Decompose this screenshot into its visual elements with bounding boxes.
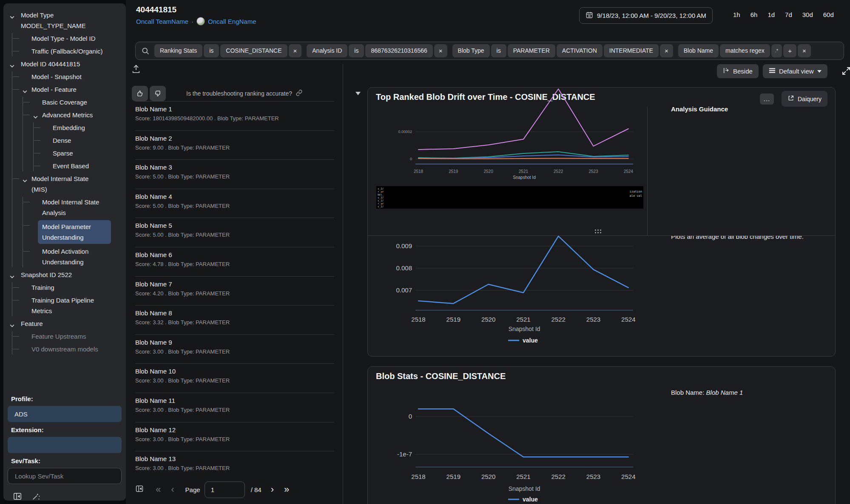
extension-input[interactable] (8, 437, 122, 453)
blob-list-item[interactable]: Blob Name 3Score: 5.00 . Blob Type: PARA… (135, 160, 334, 189)
chevron-down-icon[interactable] (9, 12, 15, 18)
filter-remove-button[interactable]: × (434, 44, 447, 57)
page-number-input[interactable] (205, 481, 245, 498)
blob-list-item[interactable]: Blob Name 4Score: 5.00 . Blob Type: PARA… (135, 189, 334, 218)
tree-item-feature[interactable]: Feature (21, 318, 95, 329)
tree-item-model-internal-state-analysis[interactable]: Model Internal State Analysis (42, 197, 117, 218)
collapse-card-caret[interactable] (355, 92, 361, 95)
chevron-down-icon[interactable] (9, 321, 15, 326)
filter-add-button[interactable]: + (783, 44, 796, 57)
hamburger-icon (769, 68, 776, 75)
tree-item-embedding[interactable]: Embedding (53, 122, 126, 133)
filter-operator[interactable]: is (491, 44, 506, 57)
card-menu-button[interactable]: ... (760, 93, 774, 105)
filter-remove-button[interactable]: × (798, 44, 811, 57)
blob-list-item[interactable]: Blob Name 11Score: 3.00 . Blob Type: PAR… (135, 393, 334, 422)
expand-icon[interactable] (841, 66, 850, 78)
beside-button[interactable]: Beside (717, 64, 759, 78)
blob-stats-chart: 0-1e-72518251925202521252225232524Snapsh… (373, 400, 647, 504)
tree-item-snapshot-id-2522[interactable]: Snapshot ID 2522 (21, 269, 95, 280)
filter-value[interactable]: .* (771, 44, 782, 57)
quick-range-1d[interactable]: 1d (768, 11, 775, 18)
filter-operator[interactable]: matches regex (720, 44, 770, 57)
sidebar-collapse-icon[interactable] (12, 491, 23, 502)
svg-text:2519: 2519 (446, 316, 461, 323)
quick-range-1h[interactable]: 1h (733, 11, 740, 18)
last-page-button[interactable]: » (279, 484, 294, 495)
tree-item-model-activation-understanding[interactable]: Model Activation Understanding (42, 246, 117, 267)
blob-score: Score: 3.00 . Blob Type: PARAMETER (135, 377, 334, 384)
oncall-eng-link[interactable]: Oncall EngName (208, 18, 256, 25)
blob-score: Score: 3.00 . Blob Type: PARAMETER (135, 348, 334, 355)
default-view-button[interactable]: Default view (763, 64, 827, 78)
tree-item-model-snapshot[interactable]: Model - Snapshot (31, 71, 106, 82)
thumbs-down-button[interactable] (150, 86, 166, 101)
next-page-button[interactable]: › (266, 484, 279, 495)
filter-remove-button[interactable]: × (660, 44, 673, 57)
date-range-button[interactable]: 9/18/23, 12:00 AM - 9/20/23, 12:00 AM (579, 7, 713, 24)
blob-name: Blob Name 8 (135, 309, 334, 317)
prev-page-button[interactable]: ‹ (166, 484, 179, 495)
tree-item-feature-upstreams[interactable]: Feature Upstreams (31, 331, 106, 342)
tree-item-model-id-404441815[interactable]: Model ID 404441815 (21, 59, 95, 69)
chevron-down-icon[interactable] (9, 272, 15, 277)
tree-item-dense[interactable]: Dense (53, 135, 126, 146)
chevron-down-icon[interactable] (22, 176, 28, 181)
quick-range-30d[interactable]: 30d (802, 11, 813, 18)
tree-item-training-data-pipeline-metrics[interactable]: Training Data Pipeline Metrics (31, 295, 106, 316)
blob-list-item[interactable]: Blob Name 6Score: 4.78 . Blob Type: PARA… (135, 247, 334, 277)
filter-field[interactable]: Ranking Stats (154, 44, 202, 57)
blob-list-item[interactable]: Blob Name 8Score: 3.32 . Blob Type: PARA… (135, 306, 334, 335)
sev-task-input[interactable]: Lookup Sev/Task (8, 468, 122, 484)
tree-item-training[interactable]: Training (31, 282, 106, 293)
filter-value[interactable]: COSINE_DISTANCE (220, 44, 287, 57)
filter-field[interactable]: Blob Type (452, 44, 490, 57)
quick-range-7d[interactable]: 7d (785, 11, 792, 18)
tree-item-model-type-model-type-name[interactable]: Model Type MODEL_TYPE_NAME (21, 10, 95, 31)
filter-remove-button[interactable]: × (289, 44, 302, 57)
default-view-label: Default view (779, 68, 814, 75)
tree-item-model-parameter-understanding[interactable]: Model Parameter Understanding (38, 220, 111, 244)
link-icon[interactable] (296, 89, 303, 98)
tree-item-model-feature[interactable]: Model - Feature (31, 84, 106, 95)
blob-list-item[interactable]: Blob Name 1Score: 18014398509482000.00 .… (135, 102, 334, 131)
profile-input[interactable]: ADS (8, 406, 122, 422)
magic-wand-icon[interactable] (31, 491, 42, 502)
filter-value[interactable]: PARAMETER (508, 44, 555, 57)
blob-list-item[interactable]: Blob Name 10Score: 3.00 . Blob Type: PAR… (135, 364, 334, 393)
daiquery-button[interactable]: Daiquery (782, 91, 827, 107)
blob-list-item[interactable]: Blob Name 2Score: 9.00 . Blob Type: PARA… (135, 131, 334, 160)
tree-item-event-based[interactable]: Event Based (53, 161, 126, 171)
quick-range-60d[interactable]: 60d (823, 11, 834, 18)
filter-field[interactable]: Blob Name (678, 44, 719, 57)
tree-item-v0-downstream-models[interactable]: V0 downstream models (31, 344, 106, 354)
first-page-button[interactable]: « (151, 484, 166, 495)
blob-list-item[interactable]: Blob Name 5Score: 5.00 . Blob Type: PARA… (135, 218, 334, 247)
filter-value[interactable]: ACTIVATION (557, 44, 603, 57)
blob-list-item[interactable]: Blob Name 7Score: 4.20 . Blob Type: PARA… (135, 277, 334, 306)
search-icon (141, 47, 150, 57)
filter-operator[interactable]: is (204, 44, 219, 57)
tree-item-model-internal-state-mis[interactable]: Model Internal State (MIS) (31, 173, 106, 195)
filter-value[interactable]: 86876326210316566 (365, 44, 432, 57)
tree-item-traffic-fallback-organic[interactable]: Traffic (Fallback/Organic) (31, 46, 106, 57)
chevron-down-icon[interactable] (33, 112, 38, 118)
chevron-down-icon[interactable] (9, 61, 15, 67)
tree-item-model-type-model-id[interactable]: Model Type - Model ID (31, 33, 106, 44)
thumbs-up-button[interactable] (132, 86, 148, 101)
share-upload-icon[interactable] (129, 62, 143, 76)
quick-range-6h[interactable]: 6h (751, 11, 758, 18)
svg-text:2518: 2518 (411, 473, 425, 480)
oncall-team-link[interactable]: Oncall TeamName (136, 18, 188, 25)
blob-list-item[interactable]: Blob Name 9Score: 3.00 . Blob Type: PARA… (135, 335, 334, 364)
filter-value[interactable]: INTERMEDIATE (604, 44, 659, 57)
tree-item-sparse[interactable]: Sparse (53, 148, 126, 159)
filter-operator[interactable]: is (349, 44, 364, 57)
filter-field[interactable]: Analysis ID (307, 44, 347, 57)
tree-item-advanced-metrics[interactable]: Advanced Metrics (42, 110, 117, 120)
tree-item-basic-coverage[interactable]: Basic Coverage (42, 97, 117, 108)
blob-score: Score: 18014398509482000.00 . Blob Type:… (135, 115, 334, 122)
chevron-down-icon[interactable] (22, 87, 28, 92)
panel-toggle-icon[interactable] (135, 484, 144, 495)
blob-list-item[interactable]: Blob Name 12Score: 3.00 . Blob Type: PAR… (135, 422, 334, 452)
